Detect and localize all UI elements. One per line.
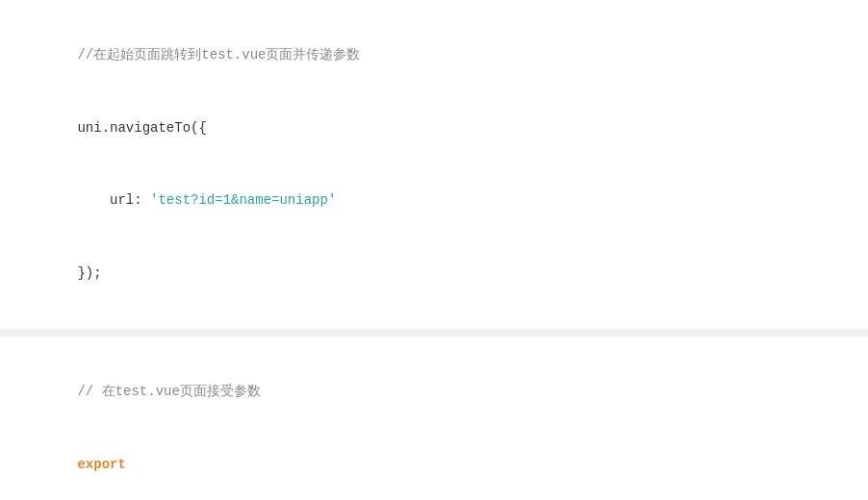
code-line-1: uni.navigateTo({: [29, 92, 839, 165]
page-container: //在起始页面跳转到test.vue页面并传递参数 uni.navigateTo…: [0, 0, 868, 500]
code-export-line: export default {: [29, 429, 839, 500]
space1: [77, 481, 85, 496]
code-url-value: 'test?id=1&name=uniapp': [150, 192, 336, 208]
code-comment2: // 在test.vue页面接受参数: [29, 356, 839, 429]
code-close: });: [77, 265, 101, 281]
code-line-comment1: //在起始页面跳转到test.vue页面并传递参数: [29, 19, 839, 92]
comment-text-1: //在起始页面跳转到test.vue页面并传递参数: [77, 47, 360, 62]
code-line-2: url: 'test?id=1&name=uniapp': [29, 164, 839, 238]
code-navigate: uni.navigateTo({: [77, 120, 206, 136]
code-line-3: });: [29, 238, 839, 311]
keyword-export: export: [77, 457, 125, 472]
code-block-2: // 在test.vue页面接受参数 export default { onLo…: [0, 337, 868, 500]
code-url-prop: url:: [77, 192, 150, 208]
code-block-1: //在起始页面跳转到test.vue页面并传递参数 uni.navigateTo…: [0, 0, 868, 337]
comment-text-2: // 在test.vue页面接受参数: [77, 384, 260, 399]
